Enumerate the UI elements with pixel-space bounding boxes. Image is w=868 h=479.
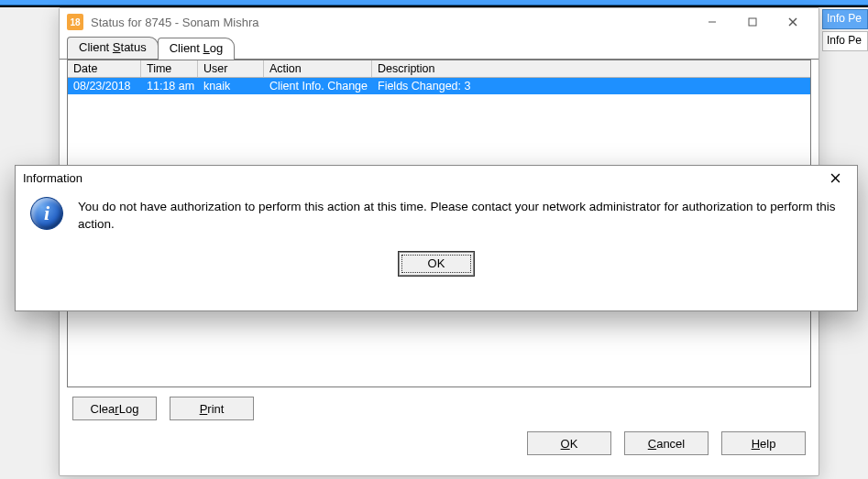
ok-button[interactable]: OK <box>527 431 611 455</box>
btn-label-part: Clea <box>91 402 115 416</box>
info-button-row: OK <box>16 234 857 276</box>
col-action[interactable]: Action <box>264 60 372 77</box>
app-icon: 18 <box>67 14 83 30</box>
cell-date: 08/23/2018 <box>68 78 141 94</box>
close-icon <box>830 173 841 183</box>
info-title: Information <box>23 171 82 185</box>
tab-client-status[interactable]: Client Status <box>67 37 159 59</box>
cell-action: Client Info. Change <box>264 78 372 94</box>
btn-label-part: K <box>570 437 578 451</box>
col-user[interactable]: User <box>198 60 264 77</box>
close-button[interactable] <box>773 9 813 35</box>
info-body: i You do not have authorization to perfo… <box>16 190 857 234</box>
dialog-button-row: OK Cancel Help <box>60 424 819 455</box>
svg-rect-1 <box>749 18 756 26</box>
tab-client-log[interactable]: Client Log <box>158 38 236 60</box>
info-ok-button[interactable]: OK <box>399 252 474 276</box>
table-row[interactable]: 08/23/2018 11:18 am knaik Client Info. C… <box>68 78 810 94</box>
print-button[interactable]: Print <box>170 397 254 420</box>
btn-label-accel: H <box>752 437 760 451</box>
maximize-icon <box>748 17 757 27</box>
tab-label-part: Client <box>79 40 113 54</box>
titlebar: 18 Status for 8745 - Sonam Mishra <box>60 8 819 36</box>
clear-log-button[interactable]: Clear Log <box>72 397 157 420</box>
close-icon <box>788 17 797 27</box>
btn-label-accel: O <box>561 437 570 451</box>
btn-label-part: ancel <box>656 437 685 451</box>
info-close-button[interactable] <box>820 167 850 189</box>
minimize-icon <box>708 17 717 27</box>
info-icon: i <box>30 197 63 230</box>
cell-description: Fields Changed: 3 <box>372 78 810 94</box>
btn-label-accel: C <box>648 437 656 451</box>
grid-header: Date Time User Action Description <box>68 60 810 78</box>
tab-label-part: Client <box>170 41 203 55</box>
window-title: Status for 8745 - Sonam Mishra <box>91 16 259 29</box>
cell-user: knaik <box>198 78 264 94</box>
btn-label-part: elp <box>760 437 775 451</box>
tab-strip: Client Status Client Log <box>60 36 819 60</box>
tab-label-part: og <box>210 41 223 55</box>
cancel-button[interactable]: Cancel <box>624 431 709 455</box>
background-info-tab-2[interactable]: Info Pe <box>822 31 868 51</box>
background-info-tab-1[interactable]: Info Pe <box>822 9 868 29</box>
col-time[interactable]: Time <box>141 60 198 77</box>
cell-time: 11:18 am <box>141 78 198 94</box>
tab-label-accel: L <box>203 41 210 55</box>
col-description[interactable]: Description <box>372 60 810 77</box>
help-button[interactable]: Help <box>721 431 806 455</box>
maximize-button[interactable] <box>732 9 773 35</box>
btn-label-accel: P <box>200 402 208 416</box>
tab-label-part: tatus <box>121 40 147 54</box>
btn-label-part: rint <box>207 402 224 416</box>
tab-label-accel: S <box>113 40 121 54</box>
btn-label-part: Log <box>119 402 139 416</box>
minimize-button[interactable] <box>692 9 732 35</box>
information-dialog: Information i You do not have authorizat… <box>15 165 858 311</box>
col-date[interactable]: Date <box>68 60 141 77</box>
log-button-row: Clear Log Print <box>60 387 819 424</box>
info-message: You do not have authorization to perform… <box>78 197 842 234</box>
info-titlebar: Information <box>16 166 857 190</box>
